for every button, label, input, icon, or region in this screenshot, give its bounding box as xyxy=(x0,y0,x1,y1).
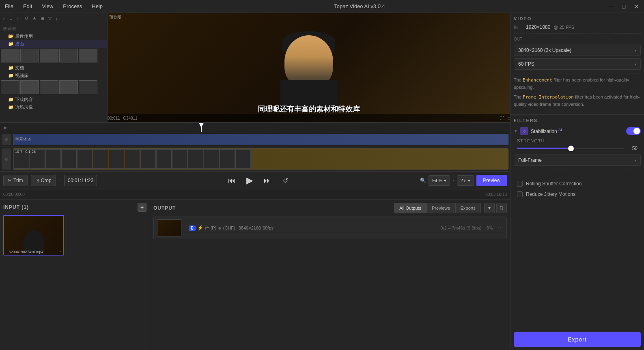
output-badge-lightning[interactable]: ⚡ xyxy=(197,225,203,231)
file-browser-toolbar: ⌂ ≡ ← ↺ ★ ⊞ ▽ ↕ xyxy=(0,13,107,24)
skip-forward-button[interactable]: ⏭ xyxy=(261,174,274,187)
tree-item-favorites[interactable]: 收藏夹 xyxy=(0,25,107,32)
video-editor: ⌂ ≡ ← ↺ ★ ⊞ ▽ ↕ 收藏夹 📂 最近使用 📁 桌面 xyxy=(0,13,510,122)
interval-dropdown[interactable]: 2 s ▾ xyxy=(457,175,474,186)
divider-1 xyxy=(514,33,641,34)
menu-process[interactable]: Process xyxy=(61,2,84,10)
fb-icon-sort[interactable]: ↕ xyxy=(54,15,59,22)
trim-icon: ✂ xyxy=(8,178,12,183)
strength-thumb[interactable] xyxy=(568,146,574,151)
filters-section: FILTERS ▼ ⊹ StabilizationAI STRENGTH xyxy=(510,114,644,203)
thumb-7[interactable] xyxy=(20,80,39,94)
tab-all-outputs[interactable]: All Outputs xyxy=(394,203,426,213)
crop-icon: ⊡ xyxy=(35,178,39,183)
add-input-button[interactable]: + xyxy=(138,203,146,212)
input-more-icon[interactable]: ··· xyxy=(58,248,62,254)
fb-icon-list[interactable]: ≡ xyxy=(9,15,13,22)
menu-help[interactable]: Help xyxy=(90,2,104,10)
stabilization-icon: ⊹ xyxy=(520,127,528,135)
preview-bottom-bar: 00:011 C34011 ⛶ □ xyxy=(108,114,510,122)
video-frames xyxy=(13,149,508,169)
trim-button[interactable]: ✂ Trim xyxy=(3,175,28,186)
menu-edit[interactable]: Edit xyxy=(22,2,34,10)
input-thumbnail[interactable]: ···6200419027416.mp4 ··· xyxy=(3,215,64,256)
strength-slider[interactable] xyxy=(517,148,625,149)
output-tab-group: All Outputs Previews Exports xyxy=(394,203,481,213)
play-button[interactable]: ▶ xyxy=(243,174,256,187)
timeline-ruler[interactable] xyxy=(11,123,510,132)
fb-icon-filter[interactable]: ▽ xyxy=(47,15,53,22)
preview-fullscreen-btn[interactable]: ⛶ xyxy=(500,116,504,120)
tree-item-videos[interactable]: 📁 视频库 xyxy=(0,72,107,79)
output-settings-btn[interactable]: ▾ xyxy=(484,203,495,213)
output-thumb-stack xyxy=(157,219,185,236)
input-panel-title: INPUT (1) xyxy=(3,204,29,210)
tree-item-recordings[interactable]: 📁 边场录像 xyxy=(0,103,107,111)
skip-back-button[interactable]: ⏮ xyxy=(225,174,238,187)
subtitle-clip[interactable]: 字幕轨道 xyxy=(13,134,508,145)
output-menu-button[interactable]: ··· xyxy=(498,224,503,232)
zoom-icon: 🔍 xyxy=(420,178,426,183)
thumb-5[interactable] xyxy=(79,49,97,62)
tree-item-desktop[interactable]: 📁 桌面 xyxy=(0,40,107,48)
thumb-8[interactable] xyxy=(40,80,58,94)
frame-3 xyxy=(45,149,61,169)
menu-view[interactable]: View xyxy=(40,2,55,10)
fb-icon-grid[interactable]: ⊞ xyxy=(39,15,45,22)
output-resolution-dropdown[interactable]: 3840×2160 (2x Upscale) ▾ xyxy=(514,45,641,56)
tab-exports[interactable]: Exports xyxy=(455,203,481,213)
stabilization-chevron-icon[interactable]: ▼ xyxy=(514,129,520,133)
reduce-jittery-row: Reduce Jittery Motions xyxy=(514,189,641,200)
tree-item-documents[interactable]: 📁 文档 xyxy=(0,64,107,72)
loop-button[interactable]: ↺ xyxy=(279,174,292,187)
frame-11 xyxy=(172,149,187,169)
input-resolution: 1920×1080 xyxy=(526,24,550,30)
timeline-expand-btn[interactable]: ▶ xyxy=(0,123,11,132)
output-fps-dropdown[interactable]: 60 FPS ▾ xyxy=(514,58,641,70)
preview-button[interactable]: Preview xyxy=(476,175,507,186)
track-lock-btn[interactable]: ⊙ xyxy=(2,134,11,145)
frame-15 xyxy=(235,149,251,169)
close-button[interactable]: ✕ xyxy=(633,3,641,10)
output-badge-swap[interactable]: ⇄ xyxy=(205,225,209,231)
tree-item-downloads[interactable]: 📁 下载内容 xyxy=(0,96,107,103)
track-settings-btn[interactable]: ⊙ xyxy=(2,148,11,170)
timecode-display: 00:01:11:23 xyxy=(64,175,97,186)
thumb-10[interactable] xyxy=(79,80,97,94)
minimize-button[interactable]: — xyxy=(607,3,615,10)
timeline-timecode-bar: 00:00:00:00 00:03:10:13 xyxy=(0,189,510,199)
tab-previews[interactable]: Previews xyxy=(426,203,455,213)
tree-item-recent[interactable]: 📂 最近使用 xyxy=(0,32,107,40)
zoom-dropdown[interactable]: Fit % ▾ xyxy=(429,175,450,186)
crop-label: Crop xyxy=(41,178,52,183)
export-button[interactable]: Export xyxy=(514,332,641,347)
crop-button[interactable]: ⊡ Crop xyxy=(31,175,56,186)
menu-file[interactable]: File xyxy=(3,2,15,10)
thumb-1[interactable] xyxy=(1,49,19,62)
output-duration: 7m46s (9.3fps) xyxy=(452,225,481,230)
thumb-2[interactable] xyxy=(20,49,39,62)
zoom-arrow-icon: ▾ xyxy=(444,178,446,183)
fb-icon-refresh[interactable]: ↺ xyxy=(24,15,30,22)
timeline-tracks: ⊙ 字幕轨道 ⊙ xyxy=(0,132,510,172)
output-tag-chf: (CHF) xyxy=(223,225,235,230)
bottom-panels: INPUT (1) + ···6200419027416.mp4 ··· xyxy=(0,199,510,350)
stabilization-toggle[interactable] xyxy=(626,127,641,135)
frame-mode-dropdown[interactable]: Full-Frame ▾ xyxy=(514,155,641,166)
video-clip[interactable]: 10-7 · 0:1-26 xyxy=(13,148,508,170)
output-tag-dot: ● xyxy=(218,225,221,231)
rolling-shutter-checkbox[interactable] xyxy=(517,181,523,187)
thumb-3[interactable] xyxy=(40,49,58,62)
thumb-4[interactable] xyxy=(59,49,78,62)
input-panel-header: INPUT (1) + xyxy=(3,203,146,212)
playhead[interactable] xyxy=(201,123,202,132)
thumb-9[interactable] xyxy=(59,80,78,94)
fb-icon-home[interactable]: ⌂ xyxy=(2,15,7,22)
output-reorder-btn[interactable]: ⇅ xyxy=(496,203,507,213)
reduce-jittery-checkbox[interactable] xyxy=(517,191,523,197)
maximize-button[interactable]: □ xyxy=(620,3,628,10)
thumb-6[interactable] xyxy=(1,80,19,94)
fb-icon-back[interactable]: ← xyxy=(15,15,22,22)
subtitle-clip-label: 字幕轨道 xyxy=(15,137,31,142)
fb-icon-star[interactable]: ★ xyxy=(31,15,38,22)
